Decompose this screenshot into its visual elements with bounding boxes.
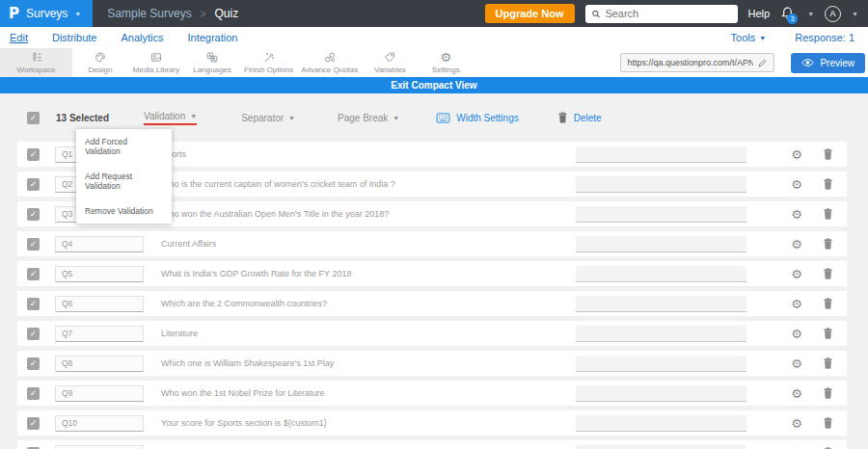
exit-compact-view-bar[interactable]: Exit Compact View: [0, 77, 868, 93]
question-code[interactable]: Q5: [55, 266, 144, 282]
help-link[interactable]: Help: [748, 8, 771, 19]
row-checkbox[interactable]: [27, 268, 40, 280]
variables-tag-icon: [383, 51, 396, 64]
search-input[interactable]: [605, 8, 731, 19]
question-code[interactable]: Q4: [55, 236, 144, 252]
menu-item-add-request-validation[interactable]: Add Request Validation: [76, 164, 172, 198]
trash-icon[interactable]: [823, 298, 833, 309]
trash-icon: [557, 112, 568, 123]
gear-icon[interactable]: ⚙: [791, 298, 802, 310]
breadcrumb-separator-icon: >: [201, 9, 206, 19]
gear-icon[interactable]: ⚙: [791, 268, 802, 280]
tab-integration[interactable]: Integration: [187, 32, 237, 43]
page-break-menu-button[interactable]: Page Break▼: [338, 113, 399, 123]
question-code[interactable]: Q6: [55, 296, 144, 312]
surveys-product-switcher[interactable]: P Surveys ▼: [0, 0, 93, 27]
nav-tabs: Edit Distribute Analytics Integration: [10, 32, 237, 43]
width-settings-button[interactable]: Width Settings: [436, 113, 518, 123]
gear-icon[interactable]: ⚙: [791, 357, 802, 370]
row-checkbox[interactable]: [27, 328, 40, 340]
delete-label: Delete: [574, 113, 602, 123]
trash-icon[interactable]: [823, 357, 833, 369]
row-checkbox[interactable]: [27, 417, 40, 430]
gear-icon[interactable]: ⚙: [791, 328, 802, 340]
toolbar-item-media-library[interactable]: Media Library: [128, 48, 184, 77]
global-search[interactable]: [585, 5, 738, 23]
bulk-action-bar: 13 Selected Validation▼ Separator▼ Page …: [17, 106, 847, 129]
chevron-down-icon: ▼: [393, 115, 399, 121]
gear-icon[interactable]: ⚙: [791, 148, 802, 161]
question-code[interactable]: Q9: [55, 385, 144, 402]
gear-icon[interactable]: ⚙: [791, 238, 802, 251]
row-checkbox[interactable]: [27, 178, 40, 191]
toolbar-item-finish-options[interactable]: Finish Options: [240, 48, 297, 77]
toolbar-item-languages[interactable]: Languages: [184, 48, 240, 77]
menu-item-remove-validation[interactable]: Remove Validation: [76, 198, 172, 224]
survey-url-input[interactable]: [627, 58, 753, 67]
question-field-input[interactable]: [576, 445, 746, 449]
question-field-input[interactable]: [576, 356, 746, 372]
chevron-down-icon: ▼: [190, 113, 197, 119]
trash-icon[interactable]: [823, 148, 833, 160]
separator-menu-button[interactable]: Separator▼: [241, 113, 295, 123]
response-count[interactable]: Response: 1: [795, 32, 854, 43]
question-field-input[interactable]: [576, 206, 746, 223]
row-checkbox[interactable]: [27, 387, 40, 400]
trash-icon[interactable]: [823, 328, 833, 339]
question-code[interactable]: Q11: [55, 445, 144, 449]
toolbar-item-variables[interactable]: Variables: [362, 48, 418, 77]
trash-icon[interactable]: [823, 387, 833, 399]
question-field-input[interactable]: [576, 266, 746, 282]
toolbar-item-workspace[interactable]: Workspace: [0, 48, 72, 77]
toolbar-item-advance-quotas[interactable]: Advance Quotas: [297, 48, 362, 77]
question-field-input[interactable]: [576, 146, 746, 163]
upgrade-now-button[interactable]: Upgrade Now: [485, 4, 575, 23]
gear-icon[interactable]: ⚙: [791, 417, 802, 430]
row-checkbox[interactable]: [27, 208, 40, 221]
trash-icon[interactable]: [823, 178, 833, 190]
validation-menu-button[interactable]: Validation▼: [144, 111, 197, 125]
breadcrumb-parent[interactable]: Sample Surveys: [107, 7, 191, 20]
trash-icon[interactable]: [823, 268, 833, 279]
question-field-input[interactable]: [576, 385, 746, 402]
trash-icon[interactable]: [823, 238, 833, 250]
gear-icon[interactable]: ⚙: [791, 178, 802, 191]
question-field-input[interactable]: [576, 326, 746, 342]
gear-icon[interactable]: ⚙: [791, 208, 802, 221]
avatar[interactable]: A: [825, 6, 841, 22]
question-field-input[interactable]: [576, 296, 746, 312]
question-text: Who won the 1st Nobel Prize for Literatu…: [161, 388, 576, 398]
tab-distribute[interactable]: Distribute: [52, 32, 96, 43]
notifications-bell[interactable]: 3: [780, 6, 797, 22]
gear-icon[interactable]: ⚙: [791, 387, 802, 400]
preview-button[interactable]: Preview: [791, 53, 865, 73]
select-all-checkbox[interactable]: [27, 112, 40, 124]
toolbar-item-design[interactable]: Design: [72, 48, 128, 77]
question-code[interactable]: Q7: [55, 326, 144, 342]
tools-menu[interactable]: Tools▼: [731, 32, 767, 43]
question-code[interactable]: Q8: [55, 356, 144, 372]
question-code[interactable]: Q10: [55, 415, 144, 432]
chevron-down-icon[interactable]: ▼: [852, 11, 858, 17]
menu-item-add-forced-validation[interactable]: Add Forced Validation: [76, 129, 172, 164]
delete-button[interactable]: Delete: [557, 112, 602, 123]
question-row-q11-partial: Q11 ⚙: [17, 440, 847, 449]
row-checkbox[interactable]: [27, 298, 40, 310]
trash-icon[interactable]: [823, 208, 833, 220]
question-row-q5: Q5 What is India's GDP Growth Rate for t…: [17, 261, 847, 286]
question-field-input[interactable]: [576, 236, 746, 252]
toolbar-item-settings[interactable]: ⚙ Settings: [418, 48, 474, 77]
tab-edit[interactable]: Edit: [10, 32, 28, 43]
question-field-input[interactable]: [576, 176, 746, 193]
tab-analytics[interactable]: Analytics: [121, 32, 163, 43]
row-checkbox[interactable]: [27, 148, 40, 161]
survey-url-box[interactable]: [620, 53, 774, 72]
chevron-down-icon[interactable]: ▼: [807, 11, 814, 17]
row-checkbox[interactable]: [27, 357, 40, 370]
edit-pencil-icon[interactable]: [757, 58, 768, 68]
question-row-q8: Q8 Which one is William Shakespeare's 1s…: [17, 351, 847, 376]
trash-icon[interactable]: [823, 417, 833, 429]
row-checkbox[interactable]: [27, 238, 40, 251]
question-field-input[interactable]: [576, 415, 746, 432]
question-text: Current Affairs: [161, 239, 576, 249]
